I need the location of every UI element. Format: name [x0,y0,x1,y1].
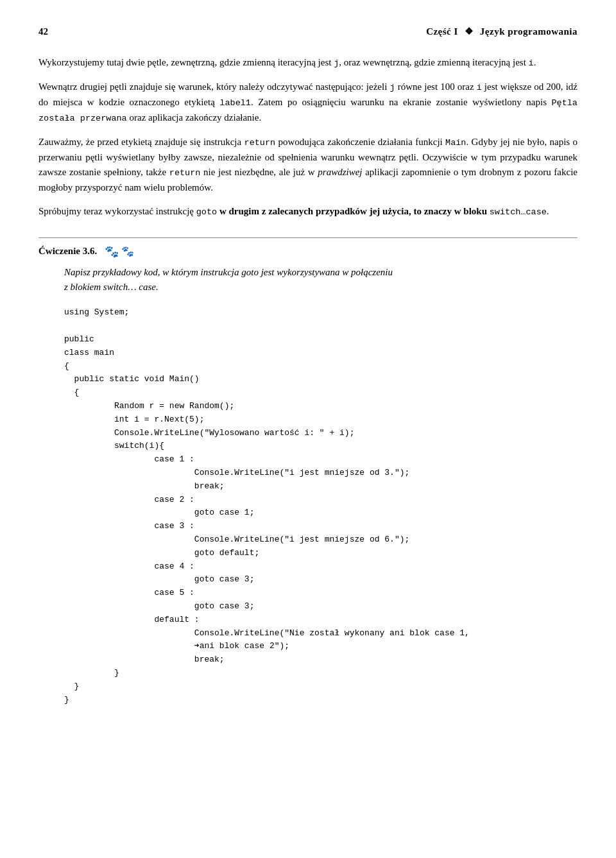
exercise-header: Ćwiczenie 3.6. 🐾 🐾 [38,237,578,259]
diamonds-icon: ❖ [465,26,474,37]
paragraph-1: Wykorzystujemy tutaj dwie pętle, zewnętr… [38,55,578,71]
code-line-25: ➜ani blok case 2"); [64,641,289,651]
page-header: 42 Część I ❖ Język programowania [38,26,578,37]
title-text: Język programowania [480,26,578,37]
code-line-8: int i = r.Next(5); [64,415,204,424]
code-line-26: break; [64,655,225,664]
code-line-6: { [64,388,79,397]
code-line-29: } [64,695,69,705]
code-block: using System; public class main { public… [64,306,578,707]
paragraph-3: Zauważmy, że przed etykietą znajduje się… [38,135,578,195]
code-line-2: public [64,334,94,344]
code-line-24: Console.WriteLine("Nie został wykonany a… [64,628,470,638]
code-line-4: { [64,361,69,371]
instruction-line2: z blokiem switch… case. [64,282,158,292]
code-line-27: } [64,668,119,678]
code-line-9: Console.WriteLine("Wylosowano wartość i:… [64,428,354,438]
code-line-19: case 4 : [64,562,194,571]
decoration-icon2: 🐾 [121,245,134,257]
code-line-23: default : [64,615,200,624]
code-line-16: case 3 : [64,521,194,531]
page-number: 42 [38,26,48,37]
exercise-label: Ćwiczenie 3.6. [38,246,97,257]
exercise-decoration: 🐾 🐾 [105,245,134,259]
code-line-28: } [64,682,79,691]
code-line-14: case 2 : [64,495,194,504]
code-line-11: case 1 : [64,454,194,464]
decoration-icon: 🐾 [105,245,119,259]
paragraph-4: Spróbujmy teraz wykorzystać instrukcję g… [38,204,578,219]
exercise-instruction: Napisz przykładowy kod, w którym instruk… [64,265,578,295]
code-line-21: case 5 : [64,588,194,597]
chapter-title: Część I ❖ Język programowania [426,26,578,37]
main-content: Wykorzystujemy tutaj dwie pętle, zewnętr… [38,55,578,219]
code-line-13: break; [64,481,225,491]
code-line-12: Console.WriteLine("i jest mniejsze od 3.… [64,468,409,477]
paragraph-2: Wewnątrz drugiej pętli znajduje się waru… [38,80,578,126]
code-line-1: using System; [64,307,129,317]
code-line-5: public static void Main() [64,374,200,384]
code-line-18: goto default; [64,548,259,558]
instruction-line1: Napisz przykładowy kod, w którym instruk… [64,267,393,277]
code-line-3: class main [64,348,114,357]
code-line-17: Console.WriteLine("i jest mniejsze od 6.… [64,535,409,544]
code-line-20: goto case 3; [64,574,254,584]
code-line-10: switch(i){ [64,441,164,450]
code-line-7: Random r = new Random(); [64,401,234,411]
code-line-15: goto case 1; [64,508,254,517]
chapter-label: Część I [426,26,458,37]
code-line-22: goto case 3; [64,601,254,611]
